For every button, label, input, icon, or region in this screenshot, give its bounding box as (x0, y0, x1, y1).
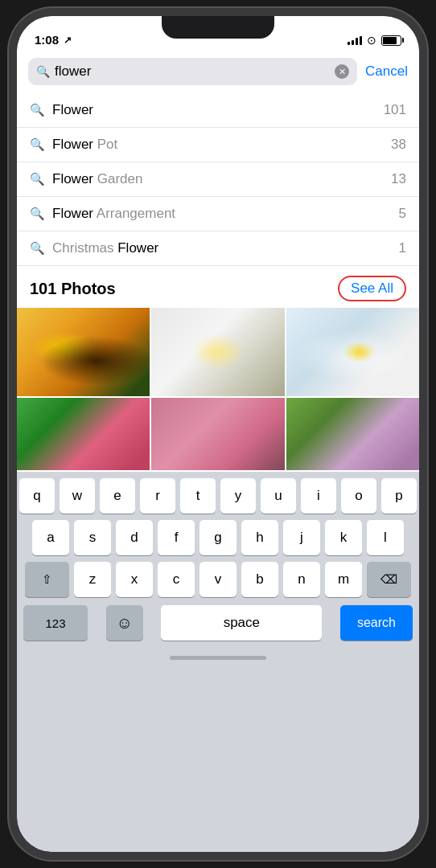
home-indicator (20, 649, 416, 666)
keyboard-row-2: a s d f g h j k l (20, 520, 416, 555)
key-p[interactable]: p (381, 478, 417, 514)
key-y[interactable]: y (220, 478, 256, 514)
key-g[interactable]: g (199, 520, 237, 555)
photo-thumbnail-4[interactable] (17, 398, 150, 470)
key-v[interactable]: v (199, 562, 237, 597)
key-t[interactable]: t (180, 478, 216, 514)
delete-key[interactable]: ⌫ (367, 562, 411, 597)
key-i[interactable]: i (301, 478, 336, 514)
keyboard: q w e r t y u i o p a s d f g h j k (17, 472, 419, 852)
photo-thumbnail-3[interactable] (286, 308, 419, 396)
key-n[interactable]: n (283, 562, 320, 597)
wifi-icon: ⊙ (367, 34, 376, 47)
suggestion-count-flower: 101 (384, 102, 406, 118)
photo-thumbnail-6[interactable] (286, 398, 419, 470)
suggestion-text-flower: Flower (52, 102, 376, 118)
key-k[interactable]: k (325, 520, 362, 555)
key-b[interactable]: b (241, 562, 278, 597)
suggestion-christmas-flower[interactable]: 🔍 Christmas Flower 1 (17, 231, 419, 266)
photo-thumbnail-5[interactable] (151, 398, 284, 470)
key-l[interactable]: l (367, 520, 404, 555)
suggestion-flower-garden[interactable]: 🔍 Flower Garden 13 (17, 162, 419, 197)
photo-thumbnail-2[interactable] (151, 308, 284, 396)
emoji-key[interactable]: ☺ (106, 605, 143, 641)
key-f[interactable]: f (158, 520, 195, 555)
numbers-key[interactable]: 123 (23, 605, 88, 641)
key-s[interactable]: s (74, 520, 111, 555)
suggestion-search-icon-5: 🔍 (30, 241, 44, 256)
notch (162, 16, 274, 39)
key-m[interactable]: m (325, 562, 362, 597)
clear-search-button[interactable]: ✕ (335, 64, 349, 79)
suggestions-list: 🔍 Flower 101 🔍 Flower Pot 38 🔍 Flower Ga… (17, 93, 419, 266)
suggestion-text-flower-garden: Flower Garden (52, 171, 383, 187)
suggestion-flower-pot[interactable]: 🔍 Flower Pot 38 (17, 128, 419, 162)
battery-icon (381, 35, 401, 46)
phone-screen: 1:08 ↗ ⊙ 🔍 ✕ (17, 16, 419, 852)
photos-count-title: 101 Photos (30, 280, 116, 298)
key-x[interactable]: x (116, 562, 153, 597)
key-o[interactable]: o (341, 478, 376, 514)
suggestion-count-flower-arrangement: 5 (399, 206, 406, 222)
search-input-container[interactable]: 🔍 ✕ (28, 58, 357, 85)
key-r[interactable]: r (140, 478, 175, 514)
photos-header: 101 Photos See All (17, 266, 419, 308)
search-bar-area: 🔍 ✕ Cancel (17, 51, 419, 93)
cancel-button[interactable]: Cancel (365, 63, 408, 80)
suggestion-search-icon-4: 🔍 (30, 207, 44, 221)
key-z[interactable]: z (74, 562, 111, 597)
key-h[interactable]: h (241, 520, 278, 555)
suggestion-count-flower-pot: 38 (391, 137, 406, 153)
status-right-icons: ⊙ (348, 34, 401, 47)
suggestion-search-icon-1: 🔍 (30, 103, 44, 117)
search-icon: 🔍 (36, 65, 50, 78)
suggestion-text-christmas-flower: Christmas Flower (52, 240, 391, 256)
key-j[interactable]: j (283, 520, 320, 555)
suggestion-flower[interactable]: 🔍 Flower 101 (17, 93, 419, 128)
key-d[interactable]: d (116, 520, 153, 555)
suggestion-text-flower-arrangement: Flower Arrangement (52, 206, 391, 222)
suggestion-search-icon-2: 🔍 (30, 137, 44, 152)
suggestion-search-icon-3: 🔍 (30, 172, 44, 186)
keyboard-row-1: q w e r t y u i o p (20, 478, 416, 514)
key-w[interactable]: w (60, 478, 95, 514)
photos-section: 101 Photos See All (17, 266, 419, 472)
key-q[interactable]: q (19, 478, 55, 514)
location-icon: ↗ (64, 35, 72, 46)
phone-frame: 1:08 ↗ ⊙ 🔍 ✕ (9, 8, 427, 860)
key-c[interactable]: c (158, 562, 195, 597)
home-bar (170, 656, 266, 660)
key-a[interactable]: a (32, 520, 69, 555)
keyboard-row-3: ⇧ z x c v b n m ⌫ (20, 562, 416, 597)
suggestion-text-flower-pot: Flower Pot (52, 137, 383, 153)
signal-icon (348, 36, 362, 45)
suggestion-flower-arrangement[interactable]: 🔍 Flower Arrangement 5 (17, 197, 419, 231)
status-time: 1:08 ↗ (35, 33, 72, 47)
key-u[interactable]: u (261, 478, 296, 514)
shift-key[interactable]: ⇧ (25, 562, 69, 597)
photo-thumbnail-1[interactable] (17, 308, 150, 396)
suggestion-count-flower-garden: 13 (391, 171, 406, 187)
key-e[interactable]: e (100, 478, 135, 514)
search-key[interactable]: search (340, 605, 413, 641)
search-input[interactable] (55, 63, 330, 80)
suggestion-count-christmas-flower: 1 (399, 240, 406, 256)
see-all-button[interactable]: See All (338, 276, 406, 301)
keyboard-bottom-row: 123 ☺ space search (20, 604, 416, 642)
space-key[interactable]: space (161, 605, 322, 641)
photos-grid (17, 308, 419, 472)
